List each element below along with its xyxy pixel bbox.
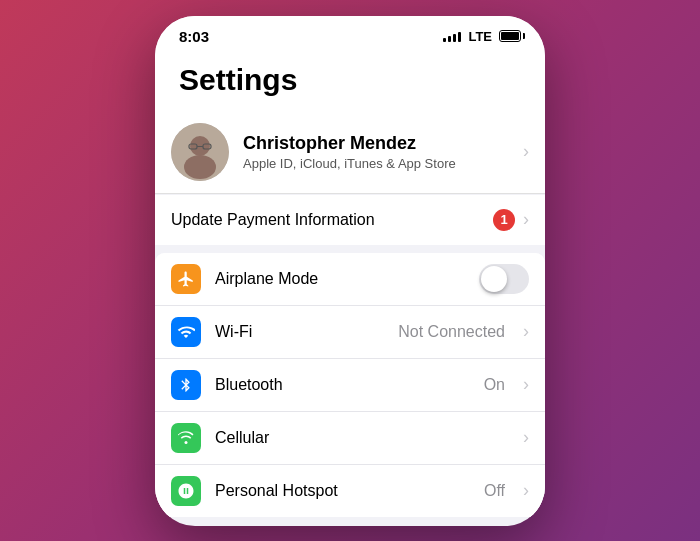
notification-right: 1 ›	[493, 209, 529, 231]
chevron-right-icon: ›	[523, 321, 529, 342]
hotspot-label: Personal Hotspot	[215, 482, 470, 500]
cellular-icon	[171, 423, 201, 453]
bluetooth-value: On	[484, 376, 505, 394]
bluetooth-row[interactable]: Bluetooth On ›	[155, 359, 545, 412]
airplane-mode-icon	[171, 264, 201, 294]
status-bar: 8:03 LTE	[155, 16, 545, 53]
avatar	[171, 123, 229, 181]
chevron-right-icon: ›	[523, 141, 529, 162]
wifi-label: Wi-Fi	[215, 323, 384, 341]
phone-screen: 8:03 LTE Settings	[155, 16, 545, 526]
user-subtitle: Apple ID, iCloud, iTunes & App Store	[243, 156, 509, 171]
hotspot-row[interactable]: Personal Hotspot Off ›	[155, 465, 545, 517]
airplane-mode-label: Airplane Mode	[215, 270, 465, 288]
payment-notification-row[interactable]: Update Payment Information 1 ›	[155, 195, 545, 245]
bluetooth-icon	[171, 370, 201, 400]
payment-label: Update Payment Information	[171, 211, 375, 229]
status-time: 8:03	[179, 28, 209, 45]
wifi-row[interactable]: Wi-Fi Not Connected ›	[155, 306, 545, 359]
signal-bars-icon	[443, 30, 461, 42]
hotspot-value: Off	[484, 482, 505, 500]
svg-point-6	[185, 441, 188, 444]
airplane-mode-toggle[interactable]	[479, 264, 529, 294]
chevron-right-icon: ›	[523, 480, 529, 501]
user-name: Christopher Mendez	[243, 133, 509, 154]
bluetooth-label: Bluetooth	[215, 376, 470, 394]
settings-title-area: Settings	[155, 53, 545, 111]
avatar-image	[171, 123, 229, 181]
chevron-right-icon: ›	[523, 427, 529, 448]
settings-group: Airplane Mode Wi-Fi Not Connected ›	[155, 253, 545, 517]
cellular-label: Cellular	[215, 429, 509, 447]
svg-point-2	[184, 155, 216, 179]
lte-label: LTE	[468, 29, 492, 44]
wifi-value: Not Connected	[398, 323, 505, 341]
chevron-right-icon: ›	[523, 374, 529, 395]
battery-icon	[499, 30, 521, 42]
user-info: Christopher Mendez Apple ID, iCloud, iTu…	[243, 133, 509, 171]
wifi-icon	[171, 317, 201, 347]
page-title: Settings	[179, 63, 521, 97]
notification-badge: 1	[493, 209, 515, 231]
cellular-row[interactable]: Cellular ›	[155, 412, 545, 465]
status-icons: LTE	[443, 29, 521, 44]
user-profile-row[interactable]: Christopher Mendez Apple ID, iCloud, iTu…	[155, 111, 545, 194]
airplane-mode-row[interactable]: Airplane Mode	[155, 253, 545, 306]
hotspot-icon	[171, 476, 201, 506]
chevron-right-icon: ›	[523, 209, 529, 230]
